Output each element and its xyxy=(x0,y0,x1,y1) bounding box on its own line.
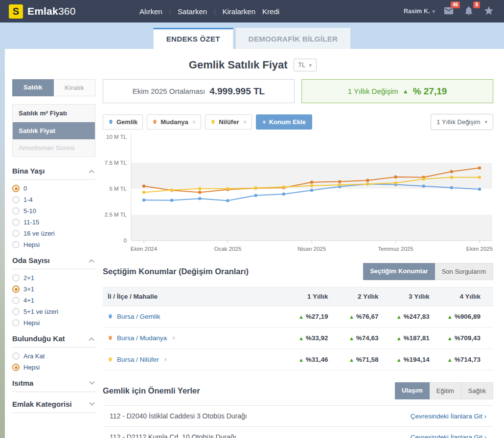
radio-oda-2[interactable]: 4+1 xyxy=(12,297,95,304)
nav-kredi[interactable]: Kredi xyxy=(262,7,279,16)
change-4y: %906,89 xyxy=(455,313,481,320)
radio-label: 5+1 ve üzeri xyxy=(23,308,58,315)
add-location-button[interactable]: + Konum Ekle xyxy=(256,114,312,130)
divider xyxy=(12,179,95,180)
tab-demografik-bilgiler[interactable]: DEMOGRAFİK BİLGİLER xyxy=(235,28,351,49)
radio-bina-yasi-2[interactable]: 5-10 xyxy=(12,207,95,215)
svg-text:Temmuz 2025: Temmuz 2025 xyxy=(378,246,413,252)
places-tab-ulasim[interactable]: Ulaşım xyxy=(395,382,430,399)
svg-text:10 M TL: 10 M TL xyxy=(106,134,127,140)
svg-text:Ekim 2025: Ekim 2025 xyxy=(466,246,493,252)
change-1y: %33,92 xyxy=(306,334,328,342)
change-1y: %27,19 xyxy=(306,313,328,320)
chip-mudanya[interactable]: Mudanya × xyxy=(147,114,201,130)
nav-satarken[interactable]: Satarken xyxy=(178,7,207,16)
section-bina-yasi[interactable]: Bina Yaşı xyxy=(12,167,95,175)
radio-kat-0[interactable]: Ara Kat xyxy=(12,352,95,360)
section-emlak-kategorisi[interactable]: Emlak Kategorisi xyxy=(12,400,95,408)
top-navbar: S Emlak360 Alırken | Satarken | Kiralark… xyxy=(0,0,504,22)
change-3y: %194,14 xyxy=(404,356,430,363)
currency-select[interactable]: TL ▾ xyxy=(294,59,317,71)
remove-icon[interactable]: × xyxy=(172,334,176,342)
radio-icon xyxy=(12,352,20,360)
radio-label: 1-4 xyxy=(23,196,33,203)
nearby-listings-link[interactable]: Çevresindeki İlanlara Git › xyxy=(411,413,486,420)
nearby-listings-link[interactable]: Çevresindeki İlanlara Git › xyxy=(411,434,486,438)
radio-label: 2+1 xyxy=(23,274,34,282)
up-triangle-icon: ▲ xyxy=(298,335,304,341)
average-label: Ekim 2025 Ortalaması xyxy=(133,87,205,95)
radio-icon xyxy=(12,219,20,226)
divider xyxy=(12,269,95,269)
nav-kiralarken[interactable]: Kiralarken xyxy=(223,7,256,16)
location-link[interactable]: Bursa / Nilüfer xyxy=(117,356,159,363)
up-triangle-icon: ▲ xyxy=(396,335,402,341)
location-link[interactable]: Bursa / Gemlik xyxy=(117,313,160,320)
svg-text:2.5 M TL: 2.5 M TL xyxy=(105,212,127,218)
places-list: 112 - D2040 İstiklal Caddesi 3 Otobüs Du… xyxy=(103,405,493,438)
places-tab-saglik[interactable]: Sağlık xyxy=(461,382,493,399)
map-pin-icon xyxy=(108,118,114,126)
divider xyxy=(12,413,95,413)
col-location: İl / İlçe / Mahalle xyxy=(103,287,291,306)
messages-button[interactable]: 46 xyxy=(443,5,455,17)
page-tabs: ENDEKS ÖZET DEMOGRAFİK BİLGİLER xyxy=(0,28,504,49)
place-name: 112 - D2040 İstiklal Caddesi 3 Otobüs Du… xyxy=(110,412,247,420)
menu-satilik-m2-fiyati[interactable]: Satılık m² Fiyatı xyxy=(13,105,95,122)
radio-oda-1[interactable]: 3+1 xyxy=(12,285,95,293)
user-menu[interactable]: Rasim K. ▾ xyxy=(404,8,435,15)
place-name: 112 - D2112 Kumla Cd. 10 Otobüs Durağı xyxy=(110,433,236,438)
nav-alirken[interactable]: Alırken xyxy=(139,7,162,16)
places-tab-egitim[interactable]: Eğitim xyxy=(430,382,461,399)
toggle-satilik[interactable]: Satılık xyxy=(12,79,54,96)
logo[interactable]: S Emlak360 xyxy=(9,4,76,19)
menu-amortisman-suresi[interactable]: Amortisman Süresi xyxy=(13,139,95,156)
bell-icon xyxy=(463,5,474,16)
radio-bina-yasi-3[interactable]: 11-15 xyxy=(12,219,95,226)
map-pin-icon xyxy=(108,356,113,363)
section-isitma[interactable]: Isıtma xyxy=(12,379,95,387)
user-name: Rasim K. xyxy=(404,8,430,15)
remove-icon[interactable]: × xyxy=(164,356,168,363)
radio-bina-yasi-5[interactable]: Hepsi xyxy=(12,241,95,248)
radio-bina-yasi-1[interactable]: 1-4 xyxy=(12,196,95,203)
section-oda-sayisi[interactable]: Oda Sayısı xyxy=(12,256,95,264)
radio-kat-1[interactable]: Hepsi xyxy=(12,364,95,371)
tab-endeks-ozet[interactable]: ENDEKS ÖZET xyxy=(153,28,233,49)
plus-icon: + xyxy=(262,118,266,126)
col-4-yillik: 4 Yıllık xyxy=(442,287,493,306)
location-link[interactable]: Bursa / Mudanya xyxy=(117,334,167,342)
toggle-kiralik[interactable]: Kiralık xyxy=(54,79,96,96)
radio-oda-0[interactable]: 2+1 xyxy=(12,274,95,282)
col-3-yillik: 3 Yıllık xyxy=(391,287,442,306)
range-select[interactable]: 1 Yıllık Değişim ▾ xyxy=(431,114,493,130)
chip-gemlik[interactable]: Gemlik xyxy=(103,114,143,130)
svg-text:Ekim 2024: Ekim 2024 xyxy=(131,246,158,252)
divider xyxy=(12,347,95,348)
notifications-button[interactable]: 8 xyxy=(463,5,475,17)
remove-icon[interactable]: × xyxy=(192,118,196,126)
radio-bina-yasi-4[interactable]: 16 ve üzeri xyxy=(12,230,95,237)
radio-bina-yasi-0[interactable]: 0 xyxy=(12,185,95,192)
sectigim-konumlar-button[interactable]: Seçtiğim Konumlar xyxy=(363,263,435,280)
radio-label: 3+1 xyxy=(23,285,34,293)
section-bulundugu-kat[interactable]: Bulunduğu Kat xyxy=(12,334,95,343)
son-sorgularim-button[interactable]: Son Sorgularım xyxy=(435,263,493,280)
price-trend-chart: 02.5 M TL5 M TL7.5 M TL10 M TLEkim 2024O… xyxy=(103,133,493,258)
radio-icon xyxy=(12,274,20,282)
star-icon xyxy=(483,5,494,16)
locations-section-title: Seçtiğim Konumlar (Değişim Oranları) xyxy=(103,267,249,276)
favorites-button[interactable] xyxy=(483,5,495,17)
menu-satilik-fiyat[interactable]: Satılık Fiyat xyxy=(13,122,95,139)
chevron-down-icon: ▾ xyxy=(484,119,487,125)
svg-text:0: 0 xyxy=(124,238,127,243)
radio-oda-4[interactable]: Hepsi xyxy=(12,319,95,327)
chevron-down-icon: ▾ xyxy=(432,8,435,15)
radio-oda-3[interactable]: 5+1 ve üzeri xyxy=(12,308,95,315)
radio-icon xyxy=(12,285,20,293)
radio-icon xyxy=(12,364,20,371)
divider xyxy=(12,392,95,392)
remove-icon[interactable]: × xyxy=(243,118,247,126)
logo-s-icon: S xyxy=(9,4,23,19)
chip-nilufer[interactable]: Nilüfer × xyxy=(205,114,252,130)
